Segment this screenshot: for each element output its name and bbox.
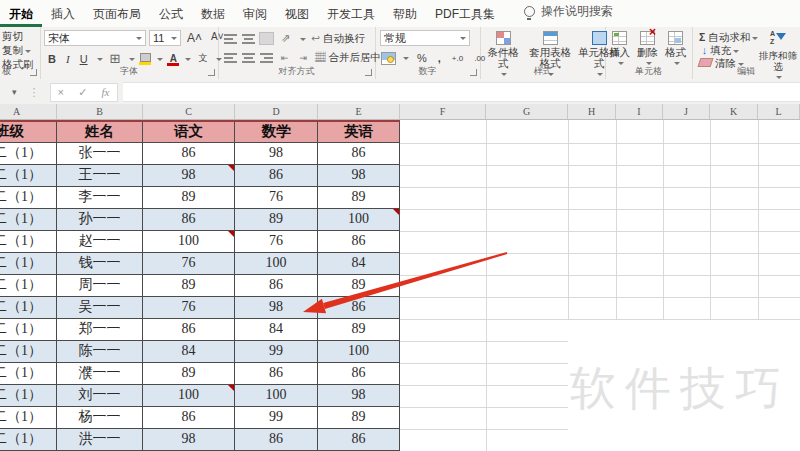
comma-style-button[interactable]: , bbox=[435, 51, 444, 65]
cell[interactable]: 二（1） bbox=[0, 231, 57, 253]
cell[interactable]: 89 bbox=[318, 187, 400, 209]
column-header-H[interactable]: H bbox=[568, 104, 616, 119]
cancel-icon[interactable]: × bbox=[58, 86, 64, 98]
cell[interactable]: 86 bbox=[318, 143, 400, 165]
cell[interactable]: 86 bbox=[143, 209, 235, 231]
cell[interactable]: 98 bbox=[318, 385, 400, 407]
column-header-B[interactable]: B bbox=[57, 104, 143, 119]
cell[interactable]: 76 bbox=[143, 253, 235, 275]
formula-input[interactable] bbox=[123, 82, 800, 102]
italic-button[interactable]: I bbox=[63, 52, 73, 66]
header-cell[interactable]: 班级 bbox=[0, 122, 57, 143]
cell[interactable]: 周一一 bbox=[57, 275, 143, 297]
orientation-icon[interactable]: ⇗ bbox=[278, 31, 293, 46]
autosum-button[interactable]: Σ 自动求和 bbox=[699, 31, 758, 44]
align-center-icon[interactable] bbox=[242, 52, 255, 63]
accounting-format-icon[interactable] bbox=[381, 52, 396, 65]
underline-button[interactable]: U bbox=[77, 52, 91, 66]
cell[interactable]: 李一一 bbox=[57, 187, 143, 209]
bold-button[interactable]: B bbox=[45, 52, 59, 66]
column-header-C[interactable]: C bbox=[143, 104, 235, 119]
cell[interactable]: 赵一一 bbox=[57, 231, 143, 253]
cell[interactable]: 陈一一 bbox=[57, 341, 143, 363]
column-header-L[interactable]: L bbox=[758, 104, 800, 119]
cell[interactable]: 98 bbox=[235, 143, 318, 165]
cell[interactable]: 89 bbox=[143, 275, 235, 297]
tab-formulas[interactable]: 公式 bbox=[150, 2, 192, 27]
cell[interactable]: 84 bbox=[235, 319, 318, 341]
cell[interactable]: 86 bbox=[235, 165, 318, 187]
cell[interactable]: 钱一一 bbox=[57, 253, 143, 275]
header-cell[interactable]: 英语 bbox=[318, 122, 400, 143]
font-name-combobox[interactable]: 宋体 bbox=[44, 30, 146, 46]
delete-cells-button[interactable]: 删除 bbox=[637, 31, 658, 66]
cell[interactable]: 100 bbox=[318, 341, 400, 363]
cell[interactable]: 刘一一 bbox=[57, 385, 143, 407]
align-right-icon[interactable] bbox=[260, 52, 273, 63]
column-header-E[interactable]: E bbox=[318, 104, 400, 119]
cell[interactable]: 二（1） bbox=[0, 253, 57, 275]
increase-indent-icon[interactable]: ⇥ bbox=[297, 52, 311, 64]
cell[interactable]: 89 bbox=[143, 187, 235, 209]
tab-view[interactable]: 视图 bbox=[276, 2, 318, 27]
cell[interactable]: 洪一一 bbox=[57, 429, 143, 451]
column-header-A[interactable]: A bbox=[0, 104, 57, 119]
cell[interactable]: 89 bbox=[318, 275, 400, 297]
cell[interactable]: 86 bbox=[143, 143, 235, 165]
align-left-icon[interactable] bbox=[224, 52, 237, 63]
column-header-K[interactable]: K bbox=[710, 104, 758, 119]
phonetic-guide-icon[interactable]: 文 bbox=[195, 51, 210, 66]
cell[interactable]: 99 bbox=[235, 341, 318, 363]
header-cell[interactable]: 数学 bbox=[235, 122, 318, 143]
cell[interactable]: 89 bbox=[318, 407, 400, 429]
tab-review[interactable]: 审阅 bbox=[234, 2, 276, 27]
cell[interactable]: 89 bbox=[235, 209, 318, 231]
insert-cells-button[interactable]: 插入 bbox=[609, 31, 630, 66]
cell[interactable]: 98 bbox=[318, 165, 400, 187]
tell-me-search[interactable]: 操作说明搜索 bbox=[524, 3, 613, 27]
cell[interactable]: 86 bbox=[318, 363, 400, 385]
fill-color-icon[interactable] bbox=[139, 53, 151, 65]
cell[interactable]: 二（1） bbox=[0, 297, 57, 319]
cell[interactable]: 86 bbox=[318, 231, 400, 253]
cell[interactable]: 100 bbox=[235, 385, 318, 407]
header-cell[interactable]: 姓名 bbox=[57, 122, 143, 143]
cell[interactable]: 二（1） bbox=[0, 407, 57, 429]
merge-center-button[interactable]: ▦ 合并后居中 bbox=[315, 51, 381, 64]
cut-button[interactable]: 剪切 bbox=[2, 30, 40, 43]
font-dialog-launcher-icon[interactable] bbox=[208, 69, 215, 76]
tab-home[interactable]: 开始 bbox=[0, 2, 42, 27]
column-header-I[interactable]: I bbox=[616, 104, 663, 119]
column-header-F[interactable]: F bbox=[400, 104, 486, 119]
cell[interactable]: 84 bbox=[318, 253, 400, 275]
cell[interactable]: 86 bbox=[318, 429, 400, 451]
cell[interactable]: 100 bbox=[143, 385, 235, 407]
cell[interactable]: 二（1） bbox=[0, 275, 57, 297]
tab-data[interactable]: 数据 bbox=[192, 2, 234, 27]
cell[interactable]: 二（1） bbox=[0, 319, 57, 341]
cell[interactable]: 郑一一 bbox=[57, 319, 143, 341]
cell[interactable]: 杨一一 bbox=[57, 407, 143, 429]
cell[interactable]: 二（1） bbox=[0, 363, 57, 385]
alignment-dialog-launcher-icon[interactable] bbox=[365, 69, 372, 76]
cell[interactable]: 98 bbox=[143, 429, 235, 451]
grid-area[interactable]: 班级姓名语文数学英语二（1）张一一869886二（1）王一一988698二（1）… bbox=[0, 120, 800, 451]
grow-font-button[interactable]: A˄ bbox=[184, 30, 205, 46]
cell[interactable]: 86 bbox=[235, 429, 318, 451]
insert-function-icon[interactable]: fx bbox=[102, 86, 110, 98]
font-size-combobox[interactable]: 11 bbox=[149, 30, 181, 46]
increase-decimal-button[interactable]: +.0 bbox=[449, 53, 466, 64]
fill-button[interactable]: ↓填充 bbox=[699, 44, 739, 57]
cell[interactable]: 76 bbox=[143, 297, 235, 319]
cell[interactable]: 吴一一 bbox=[57, 297, 143, 319]
tab-developer[interactable]: 开发工具 bbox=[318, 2, 384, 27]
cell[interactable]: 二（1） bbox=[0, 187, 57, 209]
cell[interactable]: 89 bbox=[143, 363, 235, 385]
align-middle-icon[interactable] bbox=[242, 33, 255, 44]
cell[interactable]: 76 bbox=[235, 231, 318, 253]
tab-insert[interactable]: 插入 bbox=[42, 2, 84, 27]
cell[interactable]: 张一一 bbox=[57, 143, 143, 165]
cell[interactable]: 89 bbox=[318, 319, 400, 341]
clipboard-dialog-launcher-icon[interactable] bbox=[30, 69, 37, 76]
cell[interactable]: 99 bbox=[235, 407, 318, 429]
